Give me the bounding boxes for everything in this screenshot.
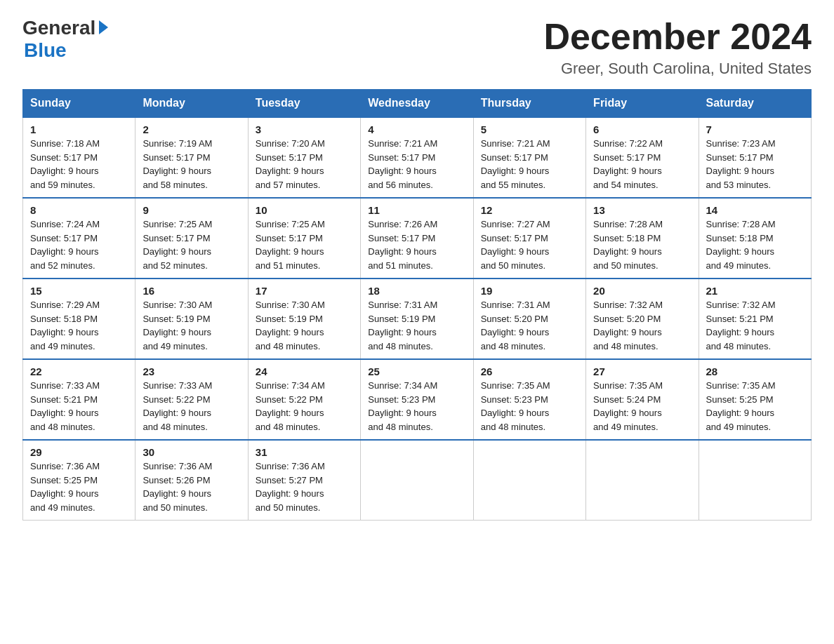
day-cell-10: 10 Sunrise: 7:25 AMSunset: 5:17 PMDaylig… — [248, 198, 360, 279]
day-number: 16 — [143, 285, 240, 297]
day-info: Sunrise: 7:33 AMSunset: 5:22 PMDaylight:… — [143, 379, 240, 434]
day-info: Sunrise: 7:36 AMSunset: 5:26 PMDaylight:… — [143, 459, 240, 514]
weekday-header-wednesday: Wednesday — [361, 90, 473, 118]
page-header: General Blue December 2024 Greer, South … — [22, 17, 812, 78]
day-cell-5: 5 Sunrise: 7:21 AMSunset: 5:17 PMDayligh… — [473, 117, 585, 198]
day-cell-11: 11 Sunrise: 7:26 AMSunset: 5:17 PMDaylig… — [361, 198, 473, 279]
day-cell-4: 4 Sunrise: 7:21 AMSunset: 5:17 PMDayligh… — [361, 117, 473, 198]
day-number: 25 — [368, 365, 465, 377]
location-subtitle: Greer, South Carolina, United States — [543, 60, 812, 78]
day-info: Sunrise: 7:36 AMSunset: 5:27 PMDaylight:… — [256, 459, 353, 514]
day-number: 3 — [256, 123, 353, 135]
day-number: 29 — [30, 446, 128, 458]
day-cell-23: 23 Sunrise: 7:33 AMSunset: 5:22 PMDaylig… — [135, 359, 248, 440]
day-cell-21: 21 Sunrise: 7:32 AMSunset: 5:21 PMDaylig… — [699, 279, 811, 359]
day-number: 9 — [143, 204, 240, 216]
day-cell-16: 16 Sunrise: 7:30 AMSunset: 5:19 PMDaylig… — [135, 279, 248, 359]
day-info: Sunrise: 7:33 AMSunset: 5:21 PMDaylight:… — [30, 379, 128, 434]
empty-cell — [586, 440, 699, 521]
day-cell-7: 7 Sunrise: 7:23 AMSunset: 5:17 PMDayligh… — [699, 117, 811, 198]
day-info: Sunrise: 7:23 AMSunset: 5:17 PMDaylight:… — [706, 137, 804, 192]
day-info: Sunrise: 7:31 AMSunset: 5:19 PMDaylight:… — [368, 298, 465, 353]
week-row-4: 22 Sunrise: 7:33 AMSunset: 5:21 PMDaylig… — [23, 359, 812, 440]
day-number: 28 — [706, 365, 804, 377]
weekday-header-row: SundayMondayTuesdayWednesdayThursdayFrid… — [23, 90, 812, 118]
day-number: 23 — [143, 365, 240, 377]
day-cell-19: 19 Sunrise: 7:31 AMSunset: 5:20 PMDaylig… — [473, 279, 585, 359]
day-cell-12: 12 Sunrise: 7:27 AMSunset: 5:17 PMDaylig… — [473, 198, 585, 279]
day-info: Sunrise: 7:18 AMSunset: 5:17 PMDaylight:… — [30, 137, 128, 192]
day-info: Sunrise: 7:35 AMSunset: 5:23 PMDaylight:… — [481, 379, 578, 434]
day-cell-15: 15 Sunrise: 7:29 AMSunset: 5:18 PMDaylig… — [23, 279, 135, 359]
weekday-header-monday: Monday — [135, 90, 248, 118]
day-number: 30 — [143, 446, 240, 458]
day-cell-29: 29 Sunrise: 7:36 AMSunset: 5:25 PMDaylig… — [23, 440, 135, 521]
day-info: Sunrise: 7:30 AMSunset: 5:19 PMDaylight:… — [143, 298, 240, 353]
day-cell-20: 20 Sunrise: 7:32 AMSunset: 5:20 PMDaylig… — [586, 279, 699, 359]
day-info: Sunrise: 7:35 AMSunset: 5:25 PMDaylight:… — [706, 379, 804, 434]
day-info: Sunrise: 7:32 AMSunset: 5:20 PMDaylight:… — [593, 298, 691, 353]
day-cell-26: 26 Sunrise: 7:35 AMSunset: 5:23 PMDaylig… — [473, 359, 585, 440]
week-row-2: 8 Sunrise: 7:24 AMSunset: 5:17 PMDayligh… — [23, 198, 812, 279]
day-cell-17: 17 Sunrise: 7:30 AMSunset: 5:19 PMDaylig… — [248, 279, 360, 359]
day-cell-14: 14 Sunrise: 7:28 AMSunset: 5:18 PMDaylig… — [699, 198, 811, 279]
day-number: 5 — [481, 123, 578, 135]
day-cell-13: 13 Sunrise: 7:28 AMSunset: 5:18 PMDaylig… — [586, 198, 699, 279]
day-number: 24 — [256, 365, 353, 377]
day-info: Sunrise: 7:25 AMSunset: 5:17 PMDaylight:… — [256, 217, 353, 272]
day-number: 11 — [368, 204, 465, 216]
empty-cell — [473, 440, 585, 521]
day-number: 31 — [256, 446, 353, 458]
day-info: Sunrise: 7:21 AMSunset: 5:17 PMDaylight:… — [481, 137, 578, 192]
logo-general: General — [22, 17, 95, 39]
day-info: Sunrise: 7:20 AMSunset: 5:17 PMDaylight:… — [256, 137, 353, 192]
day-info: Sunrise: 7:31 AMSunset: 5:20 PMDaylight:… — [481, 298, 578, 353]
day-info: Sunrise: 7:28 AMSunset: 5:18 PMDaylight:… — [593, 217, 691, 272]
day-number: 20 — [593, 285, 691, 297]
day-info: Sunrise: 7:32 AMSunset: 5:21 PMDaylight:… — [706, 298, 804, 353]
day-info: Sunrise: 7:22 AMSunset: 5:17 PMDaylight:… — [593, 137, 691, 192]
day-number: 10 — [256, 204, 353, 216]
day-number: 22 — [30, 365, 128, 377]
day-cell-2: 2 Sunrise: 7:19 AMSunset: 5:17 PMDayligh… — [135, 117, 248, 198]
day-cell-22: 22 Sunrise: 7:33 AMSunset: 5:21 PMDaylig… — [23, 359, 135, 440]
empty-cell — [361, 440, 473, 521]
day-cell-24: 24 Sunrise: 7:34 AMSunset: 5:22 PMDaylig… — [248, 359, 360, 440]
day-number: 12 — [481, 204, 578, 216]
day-cell-1: 1 Sunrise: 7:18 AMSunset: 5:17 PMDayligh… — [23, 117, 135, 198]
title-area: December 2024 Greer, South Carolina, Uni… — [543, 17, 812, 78]
week-row-5: 29 Sunrise: 7:36 AMSunset: 5:25 PMDaylig… — [23, 440, 812, 521]
empty-cell — [699, 440, 811, 521]
day-info: Sunrise: 7:27 AMSunset: 5:17 PMDaylight:… — [481, 217, 578, 272]
week-row-1: 1 Sunrise: 7:18 AMSunset: 5:17 PMDayligh… — [23, 117, 812, 198]
day-info: Sunrise: 7:34 AMSunset: 5:23 PMDaylight:… — [368, 379, 465, 434]
day-number: 7 — [706, 123, 804, 135]
day-info: Sunrise: 7:36 AMSunset: 5:25 PMDaylight:… — [30, 459, 128, 514]
day-cell-8: 8 Sunrise: 7:24 AMSunset: 5:17 PMDayligh… — [23, 198, 135, 279]
weekday-header-saturday: Saturday — [699, 90, 811, 118]
day-info: Sunrise: 7:35 AMSunset: 5:24 PMDaylight:… — [593, 379, 691, 434]
day-number: 14 — [706, 204, 804, 216]
calendar-table: SundayMondayTuesdayWednesdayThursdayFrid… — [22, 89, 812, 521]
logo-blue: Blue — [24, 39, 67, 61]
day-number: 21 — [706, 285, 804, 297]
day-info: Sunrise: 7:19 AMSunset: 5:17 PMDaylight:… — [143, 137, 240, 192]
weekday-header-thursday: Thursday — [473, 90, 585, 118]
day-cell-25: 25 Sunrise: 7:34 AMSunset: 5:23 PMDaylig… — [361, 359, 473, 440]
week-row-3: 15 Sunrise: 7:29 AMSunset: 5:18 PMDaylig… — [23, 279, 812, 359]
day-number: 13 — [593, 204, 691, 216]
day-number: 17 — [256, 285, 353, 297]
day-info: Sunrise: 7:26 AMSunset: 5:17 PMDaylight:… — [368, 217, 465, 272]
day-cell-28: 28 Sunrise: 7:35 AMSunset: 5:25 PMDaylig… — [699, 359, 811, 440]
day-number: 1 — [30, 123, 128, 135]
day-number: 2 — [143, 123, 240, 135]
weekday-header-friday: Friday — [586, 90, 699, 118]
day-number: 19 — [481, 285, 578, 297]
weekday-header-tuesday: Tuesday — [248, 90, 360, 118]
day-cell-6: 6 Sunrise: 7:22 AMSunset: 5:17 PMDayligh… — [586, 117, 699, 198]
day-number: 15 — [30, 285, 128, 297]
logo: General Blue — [22, 17, 108, 62]
day-cell-18: 18 Sunrise: 7:31 AMSunset: 5:19 PMDaylig… — [361, 279, 473, 359]
day-info: Sunrise: 7:29 AMSunset: 5:18 PMDaylight:… — [30, 298, 128, 353]
day-number: 6 — [593, 123, 691, 135]
